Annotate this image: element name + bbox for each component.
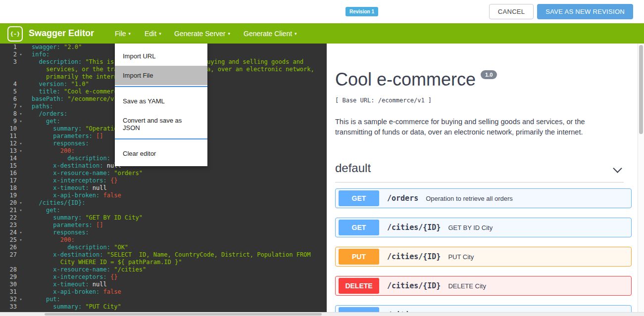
code-line[interactable]: 30 x-timeout: null bbox=[0, 281, 327, 288]
code-token bbox=[32, 296, 46, 303]
operation-row-delete-3[interactable]: DELETE/cities/{ID}DELETE City bbox=[335, 276, 632, 296]
menu-edit[interactable]: Edit ▾ bbox=[145, 23, 161, 44]
horizontal-scrollbar-thumb[interactable] bbox=[45, 313, 322, 316]
horizontal-scrollbar[interactable] bbox=[0, 312, 644, 316]
code-line[interactable]: City WHERE ID = ${ pathParam.ID }" bbox=[0, 259, 327, 266]
tag-section-header[interactable]: default bbox=[335, 161, 624, 182]
fold-icon[interactable]: ▾ bbox=[17, 110, 25, 118]
gutter-cell: 22 bbox=[0, 214, 26, 222]
menu-separator bbox=[115, 138, 207, 139]
code-line[interactable]: 33 summary: "PUT City" bbox=[0, 303, 327, 311]
code-token bbox=[32, 236, 60, 243]
fold-icon[interactable]: ▾ bbox=[17, 296, 25, 303]
fold-spacer bbox=[17, 125, 25, 133]
code-text: x-api-broken: false bbox=[26, 288, 121, 296]
code-line[interactable]: 17 x-interceptors: {} bbox=[0, 177, 327, 184]
fold-spacer bbox=[17, 244, 25, 251]
gutter-cell: 14 bbox=[0, 155, 26, 162]
code-line[interactable]: 18 x-timeout: null bbox=[0, 184, 327, 192]
code-token bbox=[60, 44, 64, 50]
fold-icon[interactable]: ▾ bbox=[17, 207, 25, 214]
code-line[interactable]: 16 x-resource-name: "orders" bbox=[0, 170, 327, 177]
operation-row-get-0[interactable]: GET/ordersOperation to retrieve all orde… bbox=[335, 188, 632, 208]
code-token: "1.0" bbox=[71, 81, 89, 88]
code-text: /cities/{ID}: bbox=[26, 199, 85, 207]
fold-spacer bbox=[17, 170, 25, 177]
code-line[interactable]: 26 description: "OK" bbox=[0, 244, 327, 251]
line-number: 31 bbox=[0, 288, 17, 296]
navbar: {-} Swagger Editor File ▾ Edit ▾ Generat… bbox=[0, 23, 644, 44]
code-token bbox=[99, 288, 103, 295]
gutter-cell: 9▾ bbox=[0, 118, 26, 125]
menu-item-import-url[interactable]: Import URL bbox=[115, 46, 207, 66]
code-line[interactable]: 32▾ put: bbox=[0, 296, 327, 303]
line-number bbox=[0, 73, 17, 81]
code-token bbox=[107, 177, 110, 184]
fold-icon[interactable]: ▾ bbox=[17, 229, 25, 236]
gutter-cell: 19 bbox=[0, 192, 26, 199]
code-token bbox=[32, 147, 60, 154]
code-text: summary: "GET BY ID City" bbox=[26, 214, 143, 222]
menu-item-convert-save-json[interactable]: Convert and save as JSON bbox=[115, 111, 207, 137]
operation-summary: PUT City bbox=[448, 253, 474, 261]
code-line[interactable]: 28 x-resource-name: "/cities" bbox=[0, 266, 327, 273]
fold-icon[interactable]: ▾ bbox=[17, 236, 25, 244]
code-text: 200: bbox=[26, 147, 75, 155]
code-line[interactable]: 21▾ get: bbox=[0, 207, 327, 214]
code-token bbox=[89, 184, 93, 191]
menu-item-save-as-yaml[interactable]: Save as YAML bbox=[115, 91, 207, 111]
code-text: x-interceptors: {} bbox=[26, 273, 117, 281]
operation-row-put-2[interactable]: PUT/cities/{ID}PUT City bbox=[335, 247, 632, 267]
save-revision-button[interactable]: SAVE AS NEW REVISION bbox=[537, 4, 633, 19]
caret-down-icon: ▾ bbox=[228, 31, 231, 36]
fold-spacer bbox=[17, 281, 25, 288]
fold-icon[interactable]: ▾ bbox=[17, 51, 25, 58]
app-title: Swagger Editor bbox=[29, 23, 94, 44]
menu-item-import-file[interactable]: Import File bbox=[115, 66, 207, 85]
gutter-cell: 3 bbox=[0, 58, 26, 66]
code-token bbox=[32, 73, 46, 80]
code-token: /orders: bbox=[39, 110, 67, 117]
vertical-scrollbar[interactable] bbox=[638, 44, 644, 312]
fold-icon[interactable]: ▾ bbox=[17, 147, 25, 155]
code-line[interactable]: 29 x-interceptors: {} bbox=[0, 273, 327, 281]
fold-icon[interactable]: ▾ bbox=[17, 199, 25, 207]
menu-item-clear-editor[interactable]: Clear editor bbox=[115, 144, 207, 163]
fold-spacer bbox=[17, 133, 25, 140]
gutter-cell: 12▾ bbox=[0, 140, 26, 147]
code-token: responses: bbox=[53, 229, 89, 236]
operation-path: /cities/{ID} bbox=[387, 223, 441, 232]
code-token: description: bbox=[67, 244, 110, 251]
code-line[interactable]: 20▾ /cities/{ID}: bbox=[0, 199, 327, 207]
gutter-cell: 17 bbox=[0, 177, 26, 184]
gutter-cell: 11 bbox=[0, 133, 26, 140]
menu-generate-client[interactable]: Generate Client ▾ bbox=[244, 23, 297, 44]
chevron-down-icon[interactable] bbox=[613, 164, 622, 173]
code-line[interactable]: 27 x-destination: "SELECT ID, Name, Coun… bbox=[0, 251, 327, 259]
menu-generate-server[interactable]: Generate Server ▾ bbox=[174, 23, 230, 44]
code-token bbox=[32, 259, 60, 266]
code-token: 200: bbox=[60, 147, 75, 154]
cancel-button[interactable]: CANCEL bbox=[489, 4, 534, 19]
code-token bbox=[89, 281, 93, 288]
code-token: City WHERE ID = ${ pathParam.ID }" bbox=[60, 259, 182, 266]
fold-icon[interactable]: ▾ bbox=[17, 140, 25, 147]
code-line[interactable]: 31 x-api-broken: false bbox=[0, 288, 327, 296]
code-line[interactable]: 23 parameters: [] bbox=[0, 222, 327, 229]
operation-row-get-1[interactable]: GET/cities/{ID}GET BY ID City bbox=[335, 218, 632, 237]
menu-file[interactable]: File ▾ bbox=[115, 23, 131, 44]
code-line[interactable]: 22 summary: "GET BY ID City" bbox=[0, 214, 327, 222]
code-token: summary: bbox=[53, 303, 82, 310]
code-line[interactable]: 19 x-api-broken: false bbox=[0, 192, 327, 199]
vertical-scrollbar-thumb[interactable] bbox=[639, 45, 643, 134]
code-line[interactable]: 25▾ 200: bbox=[0, 236, 327, 244]
operation-row-get-4[interactable]: GET/citiesGET City bbox=[335, 305, 632, 312]
code-line[interactable]: 24▾ responses: bbox=[0, 229, 327, 236]
fold-icon[interactable]: ▾ bbox=[17, 103, 25, 110]
api-description: This is a sample e-commerce for buying a… bbox=[335, 117, 618, 137]
fold-icon[interactable]: ▾ bbox=[17, 118, 25, 125]
gutter-cell bbox=[0, 259, 26, 266]
line-number: 32 bbox=[0, 296, 17, 303]
code-text: info: bbox=[26, 51, 50, 58]
code-token bbox=[60, 88, 64, 95]
